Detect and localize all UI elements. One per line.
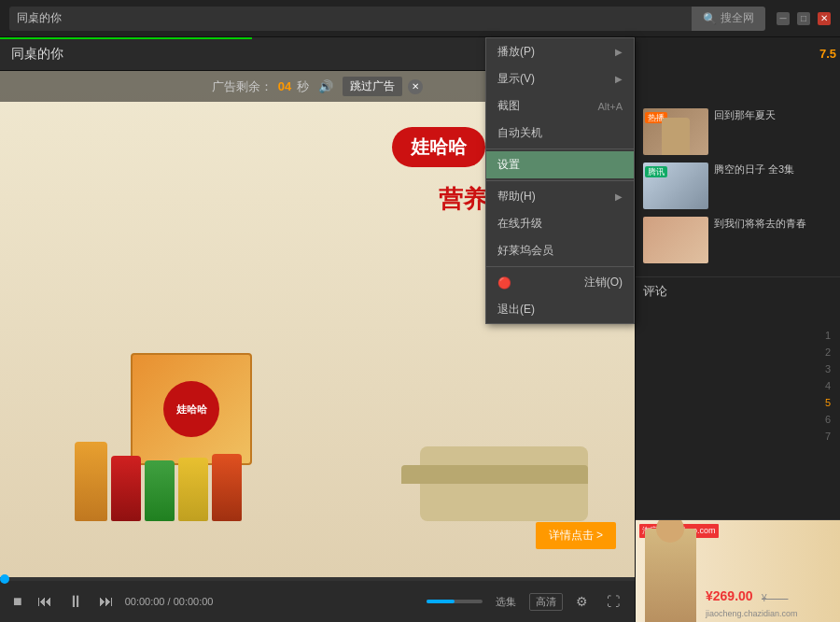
- progress-bar[interactable]: [0, 577, 635, 581]
- volume-slider[interactable]: [427, 600, 483, 603]
- ad-label: 广告剩余：: [212, 78, 273, 95]
- playback-controls: ■ ⏮ ⏸ ⏭ 00:00:00 / 00:00:00 选集 高清 ⚙ ⛶: [0, 581, 635, 622]
- maximize-button[interactable]: □: [797, 12, 810, 25]
- ad-unit: 秒: [297, 78, 309, 95]
- num-1[interactable]: 1: [819, 327, 836, 344]
- can-2: [111, 456, 141, 521]
- next-button[interactable]: ⏭: [95, 591, 118, 612]
- ad-price: ¥269.00: [706, 588, 753, 603]
- score-badge: 7.5: [819, 47, 836, 61]
- sofa: [420, 446, 588, 521]
- menu-item-screenshot[interactable]: 截图 Alt+A: [486, 92, 634, 120]
- search-button[interactable]: 🔍 搜全网: [692, 7, 765, 31]
- menu-item-vip[interactable]: 好莱坞会员: [486, 237, 634, 264]
- right-ad-banner[interactable]: 淘宝网 Taobao.com ¥269.00 ¥ —— jiaocheng.ch…: [636, 519, 840, 622]
- menu-divider-2: [486, 180, 634, 181]
- video-title: 同桌的你: [11, 46, 530, 63]
- can-1: [75, 442, 107, 521]
- scroll-numbers: 1 2 3 4 5 6 7: [819, 327, 840, 445]
- num-2[interactable]: 2: [819, 344, 836, 360]
- menu-item-upgrade[interactable]: 在线升级: [486, 210, 634, 237]
- ad-person-head: [656, 519, 684, 543]
- right-panel: 播放(P) ▶ 显示(V) ▶ 截图 Alt+A 自动关机 设置 帮助(H) ▶: [635, 37, 840, 622]
- menu-item-exit[interactable]: 退出(E): [486, 296, 634, 323]
- title-bar: 🔍 搜全网 ─ □ ✕: [0, 0, 840, 37]
- menu-divider-3: [486, 266, 634, 267]
- top-progress-indicator: [0, 37, 252, 39]
- search-icon: 🔍: [703, 12, 717, 25]
- can-5: [212, 454, 242, 521]
- details-button[interactable]: 详情点击 >: [536, 522, 616, 549]
- ad-countdown: 04: [278, 79, 291, 93]
- search-input[interactable]: [9, 7, 692, 31]
- comments-section: 评论: [636, 276, 840, 311]
- related-videos: 热播 回到那年夏天 腾讯 腾空的日子 全3集: [636, 103, 840, 276]
- can-4: [178, 458, 208, 521]
- related-info-3: 到我们将将去的青春: [714, 217, 833, 263]
- ad-person-figure: [645, 529, 696, 622]
- submenu-arrow-help: ▶: [615, 191, 623, 202]
- settings-button[interactable]: ⚙: [570, 592, 594, 611]
- pause-button[interactable]: ⏸: [63, 590, 88, 614]
- wahaha-logo: 娃哈哈: [392, 127, 485, 167]
- screenshot-shortcut: Alt+A: [597, 101, 623, 112]
- can-3: [145, 460, 175, 521]
- num-5[interactable]: 5: [819, 394, 836, 411]
- quality-button[interactable]: 高清: [529, 593, 563, 611]
- menu-item-logout[interactable]: 🔴 注销(O): [486, 269, 634, 296]
- sofa-back: [401, 465, 588, 484]
- window-controls: ─ □ ✕: [777, 12, 831, 25]
- menu-item-help[interactable]: 帮助(H) ▶: [486, 183, 634, 210]
- stop-button[interactable]: ■: [9, 591, 26, 612]
- cans-row: [75, 442, 242, 521]
- related-item-1[interactable]: 热播 回到那年夏天: [643, 108, 833, 155]
- minimize-button[interactable]: ─: [777, 12, 790, 25]
- related-thumb-3: [643, 217, 708, 263]
- box-logo: 娃哈哈: [163, 381, 219, 437]
- fullscreen-button[interactable]: ⛶: [601, 592, 625, 611]
- menu-item-settings[interactable]: 设置: [486, 151, 634, 178]
- related-thumb-2: 腾讯: [643, 163, 708, 209]
- ad-price-orig: ¥ ——: [762, 593, 788, 603]
- related-info-2: 腾空的日子 全3集: [714, 163, 833, 209]
- related-info-1: 回到那年夏天: [714, 108, 833, 155]
- related-badge-2: 腾讯: [645, 164, 667, 178]
- volume-fill: [427, 600, 455, 603]
- menu-item-shutdown[interactable]: 自动关机: [486, 120, 634, 147]
- ad-site: jiaocheng.chazidian.com: [706, 609, 798, 618]
- skip-ad-button[interactable]: 跳过广告: [343, 77, 402, 96]
- prev-button[interactable]: ⏮: [34, 591, 56, 612]
- thumb-figure-1: [662, 118, 690, 155]
- context-menu: 播放(P) ▶ 显示(V) ▶ 截图 Alt+A 自动关机 设置 帮助(H) ▶: [485, 37, 635, 324]
- episode-select-button[interactable]: 选集: [490, 593, 522, 611]
- ad-close-button[interactable]: ✕: [408, 79, 423, 94]
- close-button[interactable]: ✕: [818, 12, 831, 25]
- num-7[interactable]: 7: [819, 428, 836, 445]
- menu-item-display[interactable]: 显示(V) ▶: [486, 65, 634, 92]
- submenu-arrow-play: ▶: [615, 47, 623, 57]
- main-layout: 同桌的你 ⬇ ☆ ↗ ⬛ 广告剩余： 04 秒 🔊 跳过广告 ✕: [0, 37, 840, 622]
- submenu-arrow-display: ▶: [615, 74, 623, 84]
- progress-dot[interactable]: [0, 574, 9, 584]
- comments-title: 评论: [643, 283, 833, 300]
- time-display: 00:00:00 / 00:00:00: [125, 596, 419, 607]
- num-3[interactable]: 3: [819, 360, 836, 377]
- ad-speaker-icon[interactable]: 🔊: [318, 79, 333, 93]
- related-thumb-1: 热播: [643, 108, 708, 155]
- num-4[interactable]: 4: [819, 377, 836, 394]
- logout-icon: 🔴: [497, 276, 511, 290]
- num-6[interactable]: 6: [819, 411, 836, 428]
- related-item-2[interactable]: 腾讯 腾空的日子 全3集: [643, 163, 833, 209]
- menu-divider-1: [486, 148, 634, 149]
- menu-item-play[interactable]: 播放(P) ▶: [486, 38, 634, 65]
- related-item-3[interactable]: 到我们将将去的青春: [643, 217, 833, 263]
